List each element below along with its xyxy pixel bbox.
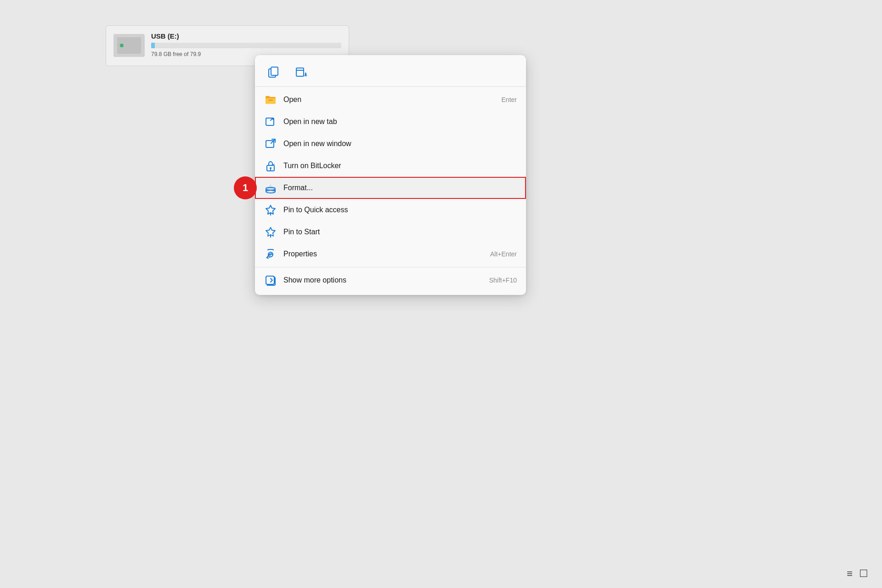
context-menu-item-show-more[interactable]: Show more options Shift+F10 <box>255 269 526 291</box>
context-menu-item-pin-quick[interactable]: Pin to Quick access <box>255 199 526 221</box>
context-menu-item-format[interactable]: 1 Format... <box>255 177 526 199</box>
properties-label: Properties <box>283 250 481 258</box>
pin-start-label: Pin to Start <box>283 228 517 236</box>
pin-start-icon <box>264 226 277 238</box>
copy-icon-button[interactable] <box>264 62 283 82</box>
context-menu-item-open-new-tab[interactable]: Open in new tab <box>255 111 526 133</box>
pin-quick-icon <box>264 204 277 216</box>
open-new-window-label: Open in new window <box>283 140 517 148</box>
pin-quick-label: Pin to Quick access <box>283 206 517 214</box>
context-menu-item-properties[interactable]: Properties Alt+Enter <box>255 243 526 265</box>
context-menu-item-open[interactable]: Open Enter <box>255 89 526 111</box>
context-menu-item-open-new-window[interactable]: Open in new window <box>255 133 526 155</box>
window-view-icon[interactable]: ☐ <box>859 568 868 580</box>
open-tab-icon <box>264 115 277 128</box>
svg-rect-19 <box>266 276 274 284</box>
context-menu-icon-row: A <box>255 59 526 87</box>
usb-progress-fill <box>151 43 155 48</box>
properties-icon <box>264 248 277 260</box>
usb-title: USB (E:) <box>151 32 341 40</box>
usb-drive-icon <box>113 34 145 57</box>
context-menu: A Open Enter Open in new tab <box>255 55 526 295</box>
open-shortcut: Enter <box>502 96 517 103</box>
format-label: Format... <box>283 184 517 192</box>
usb-led <box>120 44 124 47</box>
usb-info: USB (E:) 79.8 GB free of 79.9 <box>151 32 341 57</box>
folder-icon <box>264 93 277 106</box>
open-window-icon <box>264 137 277 150</box>
format-icon <box>264 181 277 194</box>
svg-rect-6 <box>268 100 273 101</box>
context-menu-item-pin-start[interactable]: Pin to Start <box>255 221 526 243</box>
rename-icon-button[interactable]: A <box>292 62 311 82</box>
show-more-icon <box>264 274 277 287</box>
step-1-badge: 1 <box>234 176 257 199</box>
open-label: Open <box>283 96 492 104</box>
svg-rect-1 <box>271 67 278 75</box>
show-more-label: Show more options <box>283 276 480 284</box>
bitlocker-label: Turn on BitLocker <box>283 162 517 170</box>
lock-icon <box>264 159 277 172</box>
menu-divider <box>255 267 526 267</box>
taskbar-bottom-icons: ≡ ☐ <box>847 568 868 580</box>
svg-rect-2 <box>296 68 304 76</box>
show-more-shortcut: Shift+F10 <box>489 277 517 284</box>
list-view-icon[interactable]: ≡ <box>847 568 853 580</box>
properties-shortcut: Alt+Enter <box>490 250 517 258</box>
context-menu-item-bitlocker[interactable]: Turn on BitLocker <box>255 155 526 177</box>
usb-progress-bar <box>151 43 341 48</box>
open-new-tab-label: Open in new tab <box>283 118 517 126</box>
